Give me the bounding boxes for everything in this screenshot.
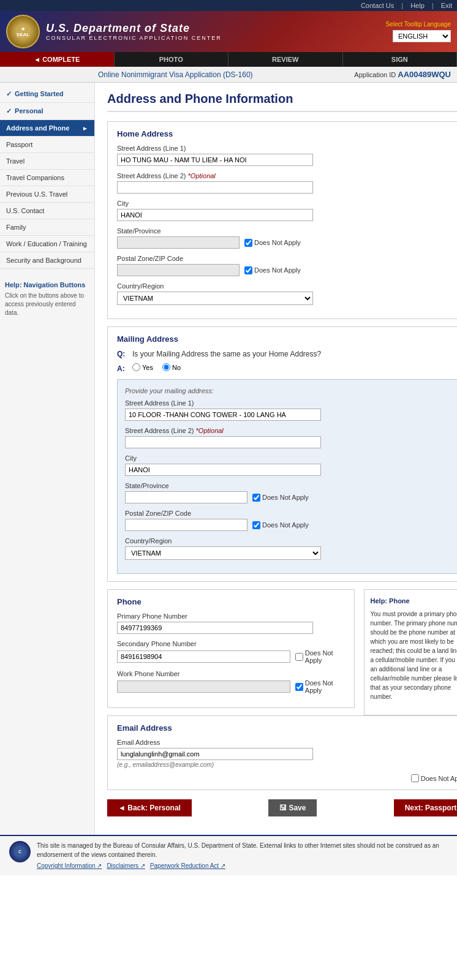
optional-label: *Optional (188, 172, 216, 179)
email-dna-row: Does Not Apply (117, 774, 457, 782)
home-state-input[interactable] (117, 236, 240, 249)
a-label: A: (117, 364, 129, 373)
contact-us-link[interactable]: Contact Us (361, 2, 394, 9)
sidebar-item-travel[interactable]: Travel (0, 153, 94, 170)
work-phone-input[interactable] (117, 680, 290, 693)
header: ★SEAL U.S. Department of State Consular … (0, 11, 457, 52)
home-country-group: Country/Region VIETNAM UNITED STATES (117, 282, 457, 305)
home-street1-input[interactable] (117, 154, 313, 166)
home-street2-input[interactable] (117, 181, 313, 194)
home-postal-dna-label: Does Not Apply (244, 266, 301, 274)
mail-postal-dna-checkbox[interactable] (252, 521, 260, 529)
page-title: Address and Phone Information (107, 92, 457, 112)
arrow-icon: ◄ (34, 56, 42, 63)
mail-postal-group: Postal Zone/ZIP Code Does Not Apply (125, 510, 457, 531)
mail-street1-label: Street Address (Line 1) (125, 399, 457, 407)
separator2: | (432, 2, 434, 9)
exit-link[interactable]: Exit (441, 2, 452, 9)
sidebar-item-family[interactable]: Family (0, 219, 94, 236)
mail-country-label: Country/Region (125, 537, 457, 545)
mail-street1-input[interactable] (125, 409, 321, 421)
breadcrumb: Online Nonimmigrant Visa Application (DS… (0, 67, 457, 83)
home-postal-input[interactable] (117, 264, 240, 276)
mail-state-dna-label: Does Not Apply (252, 494, 309, 502)
home-city-input[interactable] (117, 209, 313, 221)
email-label: Email Address (117, 739, 457, 746)
optional-label2: *Optional (196, 427, 224, 434)
home-country-select[interactable]: VIETNAM UNITED STATES (117, 292, 313, 305)
mailing-no-radio[interactable] (162, 363, 170, 371)
work-phone-dna-checkbox[interactable] (295, 683, 303, 691)
sidebar-item-getting-started[interactable]: ✓ Getting Started (0, 86, 94, 103)
sidebar-help: Help: Navigation Buttons Click on the bu… (0, 275, 94, 323)
check-icon: ✓ (6, 90, 13, 97)
phone-help-layout: Phone Primary Phone Number Secondary Pho… (107, 589, 457, 715)
email-section: Email Address Email Address (e.g., email… (107, 715, 457, 790)
paperwork-link[interactable]: Paperwork Reduction Act ↗ (150, 861, 225, 870)
mail-city-group: City (125, 454, 457, 476)
home-street1-label: Street Address (Line 1) (117, 145, 457, 152)
mail-postal-dna-label: Does Not Apply (252, 521, 309, 529)
arrow-right-icon: ► (82, 125, 88, 132)
save-button[interactable]: 🖫 Save (268, 799, 317, 816)
tab-review[interactable]: REVIEW (228, 52, 343, 67)
home-street2-label: Street Address (Line 2) *Optional (117, 172, 457, 179)
sidebar-item-security[interactable]: Security and Background (0, 252, 94, 269)
home-street2-group: Street Address (Line 2) *Optional (117, 172, 457, 194)
sidebar-item-passport[interactable]: Passport (0, 137, 94, 153)
sidebar-label: Address and Phone (6, 124, 69, 132)
copyright-link[interactable]: Copyright Information ↗ (37, 861, 102, 870)
mail-city-input[interactable] (125, 464, 321, 476)
mail-postal-input[interactable] (125, 519, 247, 531)
secondary-phone-input[interactable] (117, 650, 290, 663)
secondary-phone-dna-checkbox[interactable] (295, 653, 303, 661)
sidebar-item-previous-us-travel[interactable]: Previous U.S. Travel (0, 186, 94, 203)
check-icon: ✓ (6, 107, 13, 115)
footer-main-text: This site is managed by the Bureau of Co… (37, 841, 448, 859)
back-button[interactable]: ◄ Back: Personal (107, 799, 192, 816)
mail-street2-input[interactable] (125, 436, 321, 448)
mailing-yes-radio[interactable] (132, 363, 140, 371)
mail-postal-inline: Does Not Apply (125, 519, 457, 531)
application-id: Application ID AA00489WQU (354, 70, 451, 79)
mail-state-input[interactable] (125, 491, 247, 503)
tab-complete[interactable]: ◄ COMPLETE (0, 52, 115, 67)
sidebar-item-us-contact[interactable]: U.S. Contact (0, 203, 94, 219)
work-phone-dna-text: Does Not Apply (305, 679, 345, 694)
phone-help-panel: Help: Phone You must provide a primary p… (364, 589, 457, 715)
tab-sign[interactable]: SIGN (343, 52, 458, 67)
language-select[interactable]: ENGLISH (393, 30, 451, 42)
header-right: Select Tooltip Language ENGLISH (385, 21, 451, 42)
footer-text-block: This site is managed by the Bureau of Co… (37, 841, 448, 870)
home-state-label: State/Province (117, 227, 457, 235)
footer-links: Copyright Information ↗ Disclaimers ↗ Pa… (37, 861, 448, 870)
email-dna-checkbox[interactable] (411, 774, 419, 782)
home-postal-dna-text: Does Not Apply (254, 266, 301, 274)
sidebar-item-work-education[interactable]: Work / Education / Training (0, 236, 94, 252)
mail-state-dna-checkbox[interactable] (252, 494, 260, 502)
sidebar-item-travel-companions[interactable]: Travel Companions (0, 170, 94, 186)
secondary-phone-group: Secondary Phone Number Does Not Apply (117, 640, 345, 664)
mail-country-select[interactable]: VIETNAM UNITED STATES (125, 546, 321, 560)
sidebar-item-address-phone[interactable]: Address and Phone ► (0, 120, 94, 137)
provide-label: Provide your mailing address: (125, 387, 457, 394)
home-address-title: Home Address (117, 129, 457, 138)
sidebar-help-title: Help: Navigation Buttons (5, 281, 89, 288)
disclaimers-link[interactable]: Disclaimers ↗ (107, 861, 145, 870)
next-button[interactable]: Next: Passport ► (394, 799, 457, 816)
home-postal-dna-checkbox[interactable] (244, 266, 252, 274)
help-link[interactable]: Help (410, 2, 425, 9)
no-text: No (172, 364, 181, 371)
tab-photo[interactable]: PHOTO (115, 52, 229, 67)
breadcrumb-title: Online Nonimmigrant Visa Application (DS… (98, 70, 253, 79)
sidebar-item-personal[interactable]: ✓ Personal (0, 103, 94, 120)
mail-postal-label: Postal Zone/ZIP Code (125, 510, 457, 517)
work-phone-group: Work Phone Number Does Not Apply (117, 670, 345, 694)
secondary-phone-dna-label: Does Not Apply (295, 649, 345, 664)
email-input[interactable] (117, 748, 313, 760)
primary-phone-input[interactable] (117, 622, 313, 634)
home-address-section: Home Address Street Address (Line 1) Str… (107, 121, 457, 319)
home-state-dna-checkbox[interactable] (244, 239, 252, 247)
home-city-label: City (117, 200, 457, 207)
home-state-dna-label: Does Not Apply (244, 239, 301, 247)
